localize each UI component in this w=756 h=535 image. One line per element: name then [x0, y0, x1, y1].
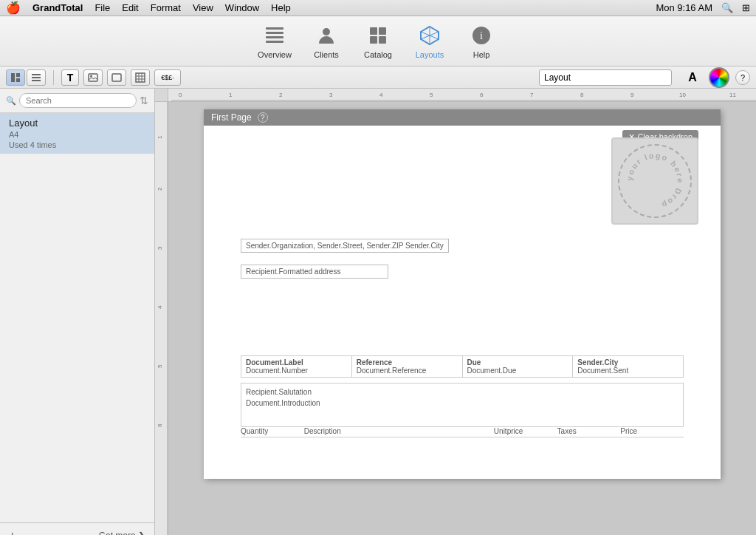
svg-text:5: 5	[430, 92, 433, 98]
svg-rect-6	[379, 27, 386, 35]
svg-text:11: 11	[729, 92, 736, 98]
svg-text:6: 6	[157, 423, 163, 427]
get-more-btn[interactable]: Get more ❯	[99, 531, 145, 535]
info-cell-2: Due Document.Due	[463, 356, 574, 377]
table-header: Quantity Description Unitprice Taxes Pri…	[241, 427, 684, 437]
svg-text:4: 4	[157, 305, 163, 309]
layout-name-input[interactable]	[539, 69, 672, 86]
toolbar-layouts[interactable]: Layouts	[411, 24, 448, 59]
image-tool-btn[interactable]	[83, 69, 103, 86]
canvas-body: 1 2 3 4 5 6 First Page ? ✕ Cle	[155, 102, 756, 535]
sidebar-list-toggle[interactable]: ⇅	[140, 95, 148, 106]
document-page: First Page ? ✕ Clear backdrop your logo …	[204, 109, 721, 479]
apple-menu[interactable]: 🍎	[6, 1, 21, 15]
svg-rect-14	[32, 74, 41, 75]
svg-rect-5	[370, 27, 377, 35]
svg-text:i: i	[480, 30, 483, 41]
toolbar-catalog[interactable]: Catalog	[360, 24, 396, 59]
svg-rect-1	[266, 32, 284, 34]
toolbar-overview[interactable]: Overview	[256, 24, 293, 59]
svg-text:2: 2	[157, 187, 163, 191]
font-btn[interactable]: A	[682, 67, 703, 88]
control-center-icon[interactable]: ⊞	[742, 2, 750, 13]
svg-point-18	[90, 75, 92, 77]
info-grid: Document.Label Document.Number Reference…	[241, 355, 684, 378]
remove-layout-btn[interactable]: −	[31, 529, 44, 535]
add-layout-btn[interactable]: +	[9, 529, 22, 535]
menu-format[interactable]: Format	[151, 2, 181, 13]
page-section-title: First Page	[211, 112, 252, 123]
search-icon-sidebar: 🔍	[6, 96, 16, 106]
text-tool-btn[interactable]: T	[61, 69, 79, 86]
format-right-icons: A ?	[682, 67, 750, 88]
format-bar: T €$£· A ?	[0, 67, 756, 89]
sidebar-bottom: + − Get more ❯	[0, 522, 154, 535]
toolbar-help[interactable]: i Help	[463, 24, 500, 59]
page-section-info-btn[interactable]: ?	[258, 112, 268, 123]
info-cell-3: Sender.City Document.Sent	[573, 356, 683, 377]
svg-rect-20	[136, 73, 145, 82]
logo-dropzone[interactable]: your logo here Drop	[611, 137, 698, 225]
svg-text:1: 1	[157, 135, 163, 139]
sidebar-search-area: 🔍 ⇅	[0, 89, 154, 113]
recipient-address-box: Recipient.Formatted address	[241, 265, 388, 279]
menu-edit[interactable]: Edit	[122, 2, 138, 13]
sidebar-item-layout[interactable]: Layout A4 Used 4 times	[0, 113, 154, 154]
toolbar-clients[interactable]: Clients	[308, 24, 345, 59]
svg-rect-17	[89, 74, 97, 81]
svg-text:0: 0	[179, 92, 182, 98]
svg-text:1: 1	[229, 92, 233, 98]
search-icon[interactable]: 🔍	[721, 2, 733, 13]
rect-tool-btn[interactable]	[107, 69, 126, 86]
menu-window[interactable]: Window	[225, 2, 259, 13]
svg-text:3: 3	[329, 92, 333, 98]
svg-rect-12	[16, 73, 20, 77]
svg-text:5: 5	[157, 364, 163, 368]
menu-file[interactable]: File	[94, 2, 110, 13]
svg-text:8: 8	[580, 92, 584, 98]
menu-help[interactable]: Help	[271, 2, 291, 13]
svg-point-4	[323, 28, 330, 35]
svg-rect-7	[370, 36, 377, 44]
menubar: 🍎 GrandTotal File Edit Format View Windo…	[0, 0, 756, 16]
svg-text:10: 10	[679, 92, 686, 98]
svg-rect-2	[266, 36, 284, 38]
list-view-btn[interactable]	[27, 69, 46, 86]
svg-rect-16	[32, 80, 41, 81]
ruler-top: 0 1 2 3 4 5 6 7 8 9 10 11	[155, 89, 756, 102]
view-toggle-group	[6, 69, 46, 86]
svg-text:2: 2	[279, 92, 283, 98]
overview-icon	[263, 24, 286, 47]
svg-rect-13	[16, 78, 20, 82]
card-view-btn[interactable]	[6, 69, 25, 86]
svg-rect-19	[112, 74, 121, 81]
table-tool-btn[interactable]	[131, 69, 150, 86]
svg-rect-8	[379, 36, 386, 44]
sidebar-search-input[interactable]	[19, 93, 137, 108]
canvas-page-area: First Page ? ✕ Clear backdrop your logo …	[168, 102, 756, 535]
color-picker-btn[interactable]	[709, 67, 729, 88]
info-cell-1: Reference Document.Reference	[352, 356, 463, 377]
document-body: Recipient.Salutation Document.Introducti…	[241, 383, 684, 427]
svg-rect-0	[266, 27, 284, 30]
svg-text:3: 3	[157, 246, 163, 250]
layouts-icon	[418, 24, 441, 47]
sender-address-box: Sender.Organization, Sender.Street, Send…	[241, 239, 449, 253]
menubar-time: Mon 9:16 AM	[656, 2, 712, 13]
appname-label: GrandTotal	[32, 2, 83, 13]
svg-text:4: 4	[379, 92, 383, 98]
svg-rect-11	[11, 73, 15, 82]
svg-rect-15	[32, 77, 41, 78]
menu-view[interactable]: View	[193, 2, 213, 13]
help-question-btn[interactable]: ?	[735, 70, 750, 85]
currency-tool-btn[interactable]: €$£·	[154, 69, 181, 86]
svg-text:7: 7	[530, 92, 534, 98]
help-icon: i	[470, 24, 493, 47]
canvas-area[interactable]: 0 1 2 3 4 5 6 7 8 9 10 11	[155, 89, 756, 535]
info-cell-0: Document.Label Document.Number	[241, 356, 352, 377]
sidebar: 🔍 ⇅ Layout A4 Used 4 times + − Get more …	[0, 89, 155, 535]
svg-text:your logo here Drop: your logo here Drop	[625, 151, 685, 210]
toolbar: Overview Clients Catalog L	[0, 16, 756, 67]
ruler-left: 1 2 3 4 5 6	[155, 102, 168, 535]
clients-icon	[315, 24, 338, 47]
